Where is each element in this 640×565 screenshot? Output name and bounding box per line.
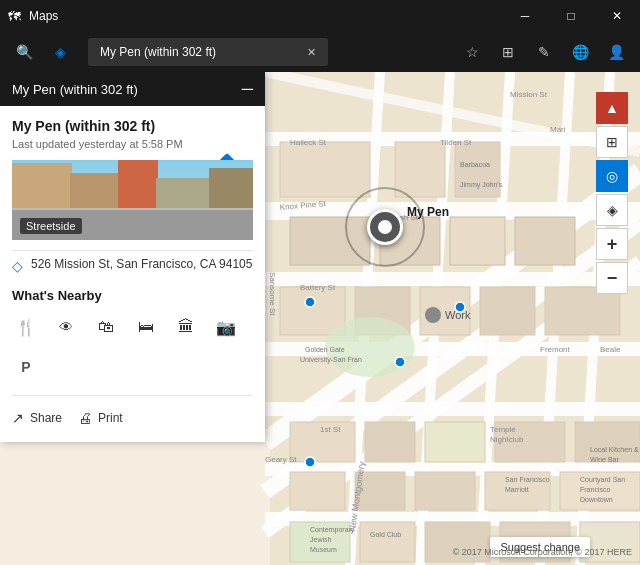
- svg-rect-20: [280, 142, 370, 197]
- favorite-icon-btn[interactable]: ☆: [456, 36, 488, 68]
- svg-rect-33: [425, 422, 485, 462]
- svg-text:Halleck St: Halleck St: [290, 138, 327, 147]
- map-pin-label: My Pen: [407, 205, 449, 219]
- parking-icon: P: [12, 353, 40, 381]
- north-arrow-btn[interactable]: ▲: [596, 92, 628, 124]
- edit-icon: ✎: [538, 44, 550, 60]
- svg-rect-32: [365, 422, 415, 462]
- sidebar-close-btn[interactable]: ─: [242, 80, 253, 98]
- print-btn[interactable]: 🖨 Print: [78, 406, 123, 430]
- work-dot: [425, 307, 441, 323]
- streetside-image[interactable]: Streetside: [12, 160, 253, 240]
- app-title: Maps: [29, 9, 58, 23]
- svg-text:Marriott: Marriott: [505, 486, 529, 493]
- shopping-icon: 🛍: [92, 313, 120, 341]
- address-row: ◇ 526 Mission St, San Francisco, CA 9410…: [12, 250, 253, 280]
- map-type-icon-btn[interactable]: ◈: [44, 36, 76, 68]
- title-bar: 🗺 Maps ─ □ ✕: [0, 0, 640, 32]
- edit-icon-btn[interactable]: ✎: [528, 36, 560, 68]
- svg-text:Temple: Temple: [490, 425, 516, 434]
- svg-rect-21: [290, 217, 370, 265]
- toolbar-right: ☆ ⊞ ✎ 🌐 👤: [456, 36, 632, 68]
- nearby-sights[interactable]: 👁: [52, 313, 80, 341]
- banks-icon: 🏛: [172, 313, 200, 341]
- app-toolbar: 🔍 ◈ My Pen (within 302 ft) ✕ ☆ ⊞ ✎ 🌐 👤: [0, 32, 640, 72]
- sidebar-header-title: My Pen (within 302 ft): [12, 82, 138, 97]
- svg-text:Jewish: Jewish: [310, 536, 332, 543]
- whats-nearby-title: What's Nearby: [12, 288, 253, 303]
- svg-text:Local Kitchen &: Local Kitchen &: [590, 446, 639, 453]
- map-pin: [367, 209, 403, 245]
- svg-rect-25: [280, 287, 345, 335]
- nearby-photos[interactable]: 📷: [212, 313, 240, 341]
- svg-text:Tilden St: Tilden St: [440, 138, 472, 147]
- maximize-button[interactable]: □: [548, 0, 594, 32]
- svg-text:Francisco: Francisco: [580, 486, 610, 493]
- zoom-out-btn[interactable]: −: [596, 262, 628, 294]
- svg-rect-42: [360, 522, 415, 562]
- nearby-banks[interactable]: 🏛: [172, 313, 200, 341]
- nearby-hotels[interactable]: 🛏: [132, 313, 160, 341]
- map-controls: ▲ ⊞ ◎ ◈ + −: [596, 92, 628, 294]
- sidebar-panel: My Pen (within 302 ft) ─ My Pen (within …: [0, 72, 265, 442]
- world-icon: 🌐: [572, 44, 589, 60]
- nearby-shopping[interactable]: 🛍: [92, 313, 120, 341]
- app-icon: 🗺: [8, 9, 21, 24]
- map-pin-container[interactable]: My Pen: [367, 209, 403, 245]
- grid-icon: ⊞: [502, 44, 514, 60]
- svg-rect-36: [290, 472, 345, 510]
- svg-text:1st St: 1st St: [320, 425, 341, 434]
- work-pin-label: Work: [445, 309, 470, 321]
- world-icon-btn[interactable]: 🌐: [564, 36, 596, 68]
- grid-icon-btn[interactable]: ⊞: [492, 36, 524, 68]
- search-pill-close-btn[interactable]: ✕: [307, 46, 316, 59]
- svg-text:Mission St: Mission St: [510, 90, 548, 99]
- zoom-in-btn[interactable]: +: [596, 228, 628, 260]
- print-label: Print: [98, 411, 123, 425]
- svg-text:University-San Fran: University-San Fran: [300, 356, 362, 364]
- nearby-parking[interactable]: P: [12, 353, 40, 381]
- work-pin[interactable]: Work: [425, 307, 470, 323]
- sights-icon: 👁: [52, 313, 80, 341]
- location-btn[interactable]: ◎: [596, 160, 628, 192]
- layer-btn[interactable]: ⊞: [596, 126, 628, 158]
- sidebar-content: My Pen (within 302 ft) Last updated yest…: [0, 106, 265, 442]
- share-btn[interactable]: ↗ Share: [12, 406, 62, 430]
- close-button[interactable]: ✕: [594, 0, 640, 32]
- svg-rect-18: [395, 142, 445, 197]
- sidebar-header: My Pen (within 302 ft) ─: [0, 72, 265, 106]
- tilt-btn[interactable]: ◈: [596, 194, 628, 226]
- profile-icon-btn[interactable]: 👤: [600, 36, 632, 68]
- svg-point-75: [305, 457, 315, 467]
- streetside-label: Streetside: [20, 218, 82, 234]
- share-label: Share: [30, 411, 62, 425]
- search-pill[interactable]: My Pen (within 302 ft) ✕: [88, 38, 328, 66]
- minimize-button[interactable]: ─: [502, 0, 548, 32]
- search-icon-btn[interactable]: 🔍: [8, 36, 40, 68]
- poi-updated: Last updated yesterday at 5:58 PM: [12, 138, 253, 150]
- svg-text:Jimmy John's: Jimmy John's: [460, 181, 503, 189]
- restaurants-icon: 🍴: [12, 313, 40, 341]
- svg-rect-19: [455, 142, 500, 197]
- svg-rect-28: [480, 287, 535, 335]
- favorite-icon: ☆: [466, 44, 479, 60]
- svg-text:Mari: Mari: [550, 125, 566, 134]
- title-bar-left: 🗺 Maps: [8, 9, 58, 24]
- svg-point-74: [305, 297, 315, 307]
- map-container[interactable]: Halleck St Tilden St Bush St Battery St …: [0, 72, 640, 565]
- poi-name: My Pen (within 302 ft): [12, 118, 253, 134]
- svg-rect-29: [545, 287, 620, 335]
- print-icon: 🖨: [78, 410, 92, 426]
- svg-text:Battery St: Battery St: [300, 283, 336, 292]
- svg-text:Wine Bar: Wine Bar: [590, 456, 619, 463]
- nearby-restaurants[interactable]: 🍴: [12, 313, 40, 341]
- nearby-icons: 🍴 👁 🛍 🛏 🏛 📷 P: [12, 313, 253, 381]
- svg-rect-38: [415, 472, 475, 510]
- svg-rect-23: [450, 217, 505, 265]
- profile-icon: 👤: [608, 44, 625, 60]
- svg-text:Beale: Beale: [600, 345, 621, 354]
- address-text: 526 Mission St, San Francisco, CA 94105: [31, 257, 252, 271]
- svg-text:Courtyard San: Courtyard San: [580, 476, 625, 484]
- photos-icon: 📷: [212, 313, 240, 341]
- svg-text:Downtown: Downtown: [580, 496, 613, 503]
